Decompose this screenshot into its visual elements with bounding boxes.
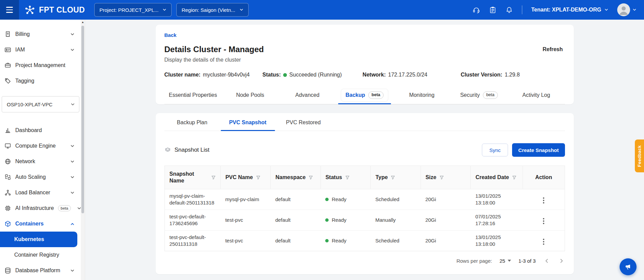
- refresh-button[interactable]: Refresh: [541, 46, 565, 53]
- chevron-down-icon: [71, 102, 75, 107]
- row-actions-button[interactable]: [541, 195, 546, 206]
- sidebar-item-auto-scaling[interactable]: Auto Scaling: [0, 169, 85, 185]
- tab-activity-log[interactable]: Activity Log: [508, 86, 565, 104]
- sidebar-item-load-balancer[interactable]: Load Balancer: [0, 185, 85, 200]
- backup-card: Backup Plan PVC Snapshot PVC Restored Sn…: [156, 113, 574, 274]
- cell-snapshot-name: test-pvc-default-2501131318: [164, 231, 220, 251]
- next-page-button[interactable]: [558, 257, 565, 264]
- notes-icon[interactable]: [489, 6, 496, 14]
- filter-icon[interactable]: [391, 175, 395, 180]
- cluster-name-label: Cluster name:: [164, 71, 201, 79]
- tab-backup[interactable]: Backup beta: [336, 86, 393, 104]
- user-menu[interactable]: [617, 3, 637, 16]
- globe-icon: [4, 158, 11, 165]
- tab-monitoring[interactable]: Monitoring: [393, 86, 450, 104]
- previous-page-button[interactable]: [543, 257, 550, 264]
- tab-advanced[interactable]: Advanced: [279, 86, 336, 104]
- sidebar-item-project-management[interactable]: Project Management: [0, 58, 85, 73]
- page-subtitle: Display the details of the cluster: [164, 57, 565, 63]
- status-dot: [283, 73, 287, 77]
- caret-down-icon: [508, 260, 511, 262]
- snapshot-table: Snapshot Name PVC Name Namespace St: [164, 166, 565, 251]
- cell-namespace: default: [271, 231, 321, 251]
- cell-size: 20Gi: [421, 231, 471, 251]
- pagination: Rows per page: 25 1-3 of 3: [164, 255, 565, 266]
- cell-type: Scheduled: [371, 231, 421, 251]
- id-card-icon: [4, 46, 11, 53]
- sidebar-item-container-registry[interactable]: Container Registry: [0, 247, 85, 263]
- fpt-cloud-logo-icon: [24, 5, 35, 15]
- tag-icon: [4, 78, 11, 84]
- feedback-tab[interactable]: Feedback: [635, 139, 644, 172]
- subtab-pvc-restored[interactable]: PVC Restored: [276, 114, 331, 131]
- vpc-select[interactable]: OSP10-XPLAT-VPC: [2, 96, 79, 112]
- scrollbar-thumb[interactable]: [81, 26, 84, 213]
- sidebar-item-database-platform[interactable]: Database Platform: [0, 263, 85, 278]
- region-selector[interactable]: Region: Saigon (Vietn...: [176, 3, 248, 17]
- filter-icon[interactable]: [211, 175, 216, 180]
- avatar: [617, 3, 630, 16]
- chevron-down-icon: [70, 32, 75, 37]
- chevron-down-icon: [604, 8, 608, 12]
- back-link[interactable]: Back: [164, 31, 177, 39]
- cell-status: Ready: [320, 210, 371, 231]
- project-selector[interactable]: Project: PROJECT_XPL...: [94, 3, 172, 17]
- filter-icon[interactable]: [256, 175, 260, 180]
- sidebar-item-tagging[interactable]: Tagging: [0, 73, 85, 89]
- filter-icon[interactable]: [309, 175, 313, 180]
- cell-pvc-name: test-pvc: [220, 210, 271, 231]
- create-snapshot-button[interactable]: Create Snapshot: [512, 143, 565, 157]
- scroll-up-arrow[interactable]: ▲: [81, 20, 85, 24]
- column-header-type: Type: [371, 166, 421, 189]
- row-actions-button[interactable]: [541, 237, 546, 247]
- scaling-icon: [4, 174, 11, 180]
- chevron-down-icon: [70, 268, 75, 273]
- chevron-down-icon: [70, 159, 75, 164]
- status-value: Succeeded (Running): [289, 71, 342, 79]
- sidebar-item-kubernetes[interactable]: Kubernetes: [0, 232, 77, 247]
- sync-button[interactable]: Sync: [482, 144, 508, 156]
- table-row: test-pvc-default-1736245696 test-pvc def…: [164, 210, 565, 231]
- rows-per-page-select[interactable]: 25: [500, 258, 511, 264]
- tab-security[interactable]: Security beta: [450, 86, 508, 104]
- sidebar-item-dashboard[interactable]: Dashboard: [0, 123, 85, 138]
- support-icon[interactable]: [472, 6, 480, 14]
- hamburger-menu-button[interactable]: [0, 0, 19, 20]
- column-header-action: Action: [523, 166, 565, 189]
- filter-icon[interactable]: [345, 175, 350, 180]
- brand-name: FPT CLOUD: [39, 5, 85, 15]
- filter-icon[interactable]: [440, 175, 444, 180]
- cell-action: [523, 189, 565, 210]
- tenant-selector[interactable]: Tenant: XPLAT-DEMO-ORG: [531, 7, 608, 13]
- status-dot: [325, 198, 329, 201]
- sidebar-item-ai-infrastructure[interactable]: AI Infrastructure beta: [0, 200, 85, 216]
- sidebar-item-billing[interactable]: Billing: [0, 26, 85, 42]
- network-label: Network:: [363, 71, 386, 79]
- beta-badge: beta: [483, 91, 498, 99]
- cell-created-date: 13/01/2025 13:18:00: [471, 189, 523, 210]
- sidebar-item-iam[interactable]: IAM: [0, 42, 85, 58]
- sidebar-item-containers[interactable]: Containers: [0, 216, 85, 232]
- row-actions-button[interactable]: [541, 216, 546, 226]
- sidebar: Billing IAM Project Management Tagging: [0, 20, 85, 280]
- column-header-namespace: Namespace: [271, 166, 321, 189]
- brand-logo[interactable]: FPT CLOUD: [24, 5, 85, 15]
- cell-action: [523, 231, 565, 251]
- sidebar-item-compute-engine[interactable]: Compute Engine: [0, 138, 85, 154]
- subtab-pvc-snapshot[interactable]: PVC Snapshot: [220, 114, 276, 131]
- cell-created-date: 13/01/2025 13:18:00: [471, 231, 523, 251]
- chevron-down-icon: [70, 144, 75, 148]
- cell-type: Scheduled: [371, 189, 421, 210]
- tab-essential-properties[interactable]: Essential Properties: [164, 86, 222, 104]
- tab-node-pools[interactable]: Node Pools: [221, 86, 279, 104]
- subtab-backup-plan[interactable]: Backup Plan: [164, 114, 220, 131]
- rows-per-page-label: Rows per page:: [456, 258, 492, 264]
- page-title: Details Cluster - Managed: [164, 44, 264, 55]
- sidebar-scrollbar[interactable]: ▲: [81, 20, 85, 280]
- cluster-details-card: Back Details Cluster - Managed Refresh D…: [156, 25, 574, 104]
- sidebar-item-network[interactable]: Network: [0, 154, 85, 169]
- filter-icon[interactable]: [512, 175, 516, 180]
- chevron-down-icon: [70, 191, 75, 195]
- announcement-fab[interactable]: [620, 258, 637, 275]
- bell-icon[interactable]: [505, 6, 513, 14]
